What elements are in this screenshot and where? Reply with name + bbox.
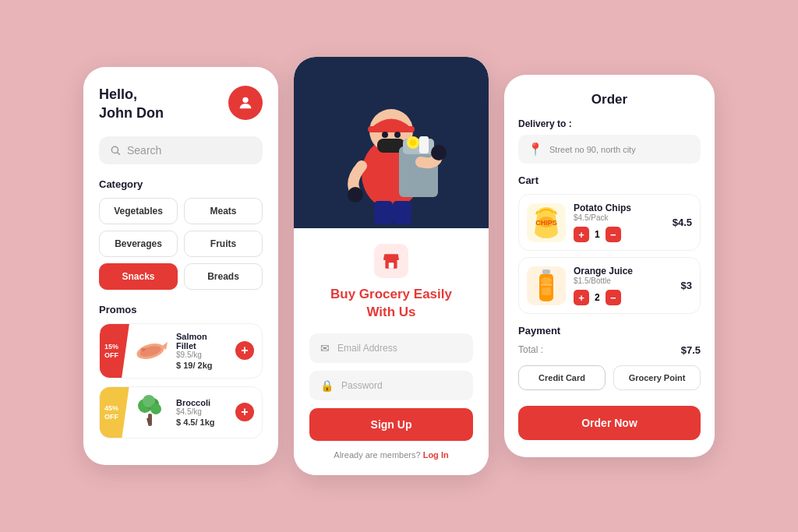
screen-grocery-app: Hello, John Don Search Category Vegetabl… xyxy=(83,67,278,465)
svg-rect-14 xyxy=(368,126,415,132)
payment-section: Payment Total : $7.5 Credit Card Grocery… xyxy=(518,325,701,390)
svg-point-1 xyxy=(111,146,118,153)
search-placeholder: Search xyxy=(127,144,161,157)
broccoli-icon xyxy=(136,395,165,429)
svg-point-0 xyxy=(242,97,248,103)
chips-qty-control: + 1 − xyxy=(574,227,665,242)
greeting-text: Hello, John Don xyxy=(99,86,164,122)
promo-img-broccoli xyxy=(131,395,170,430)
cat-snacks[interactable]: Snacks xyxy=(99,263,178,290)
delivery-person-illustration xyxy=(321,72,461,228)
email-placeholder: Email Address xyxy=(337,343,397,354)
address-text: Street no 90, north city xyxy=(549,145,636,154)
order-now-button[interactable]: Order Now xyxy=(518,406,701,440)
category-grid: Vegetables Meats Beverages Fruits Snacks… xyxy=(99,198,263,290)
cat-meats[interactable]: Meats xyxy=(184,198,263,224)
shop-icon xyxy=(374,244,408,278)
juice-name: Orange Juice xyxy=(574,266,673,277)
screen-order: Order Delivery to : 📍 Street no 90, nort… xyxy=(504,75,715,457)
svg-rect-26 xyxy=(393,201,411,224)
svg-text:CHIPS: CHIPS xyxy=(535,219,557,227)
already-member-text: Already are members? Log In xyxy=(309,450,473,460)
chips-qty-plus[interactable]: + xyxy=(574,227,589,242)
search-bar[interactable]: Search xyxy=(99,136,263,164)
svg-line-2 xyxy=(118,153,120,155)
juice-qty-plus[interactable]: + xyxy=(574,290,589,305)
promo-badge-1: 15%OFF xyxy=(99,324,129,378)
promo-broccoli: 45%OFF Broccoli $4.5/kg $ 4.5/ 1kg + xyxy=(99,386,263,439)
lock-icon: 🔒 xyxy=(320,379,334,392)
chips-unit: $4.5/Pack xyxy=(574,213,665,222)
svg-point-23 xyxy=(348,187,363,203)
hero-banner xyxy=(294,57,489,228)
promo-add-1[interactable]: + xyxy=(235,341,254,360)
promo-unit-2: $4.5/kg xyxy=(176,407,229,416)
password-placeholder: Password xyxy=(341,380,383,391)
juice-info: Orange Juice $1.5/Bottle + 2 − xyxy=(574,266,673,305)
email-icon: ✉ xyxy=(320,342,330,354)
cart-label: Cart xyxy=(518,174,701,186)
chips-image: CHIPS xyxy=(527,203,566,242)
svg-point-22 xyxy=(410,139,416,146)
promo-badge-2: 45%OFF xyxy=(99,387,129,438)
delivery-section: Delivery to : 📍 Street no 90, north city xyxy=(518,118,701,164)
chips-qty-minus[interactable]: − xyxy=(606,227,621,242)
chips-name: Potato Chips xyxy=(574,203,665,213)
promo-price-1: $ 19/ 2kg xyxy=(176,361,229,370)
grocery-point-btn[interactable]: Grocery Point xyxy=(613,365,701,390)
login-link[interactable]: Log In xyxy=(423,450,449,460)
password-field[interactable]: 🔒 Password xyxy=(309,371,473,400)
app-header: Hello, John Don xyxy=(99,86,263,122)
svg-point-24 xyxy=(431,145,447,160)
payment-methods: Credit Card Grocery Point xyxy=(518,365,701,390)
signup-title: Buy Grocery Easily With Us xyxy=(309,286,473,320)
juice-image xyxy=(527,266,566,305)
cat-breads[interactable]: Breads xyxy=(184,263,263,290)
cart-item-chips: CHIPS Potato Chips $4.5/Pack + 1 − $4.5 xyxy=(518,194,701,251)
promo-img-salmon xyxy=(131,333,170,368)
avatar[interactable] xyxy=(228,86,263,120)
svg-rect-21 xyxy=(419,136,429,153)
promo-unit-1: $9.5/kg xyxy=(176,351,229,359)
category-title: Category xyxy=(99,178,263,190)
shop-icon-container xyxy=(309,244,473,278)
cat-fruits[interactable]: Fruits xyxy=(184,231,263,257)
promos-title: Promos xyxy=(99,304,263,315)
user-icon xyxy=(237,94,254,111)
total-label: Total : xyxy=(518,344,543,356)
svg-rect-31 xyxy=(542,270,550,274)
delivery-label: Delivery to : xyxy=(518,118,701,129)
promo-price-2: $ 4.5/ 1kg xyxy=(176,417,229,427)
svg-rect-25 xyxy=(374,201,393,224)
svg-rect-34 xyxy=(542,287,551,295)
credit-card-btn[interactable]: Credit Card xyxy=(518,365,606,390)
address-bar[interactable]: 📍 Street no 90, north city xyxy=(518,135,701,164)
cart-item-juice: Orange Juice $1.5/Bottle + 2 − $3 xyxy=(518,257,701,314)
payment-label: Payment xyxy=(518,325,701,336)
email-field[interactable]: ✉ Email Address xyxy=(309,333,473,363)
juice-qty-control: + 2 − xyxy=(574,290,673,305)
cat-beverages[interactable]: Beverages xyxy=(99,231,178,257)
juice-icon xyxy=(535,268,558,304)
svg-rect-33 xyxy=(541,284,552,286)
chips-icon: CHIPS xyxy=(530,205,563,241)
location-icon: 📍 xyxy=(528,142,543,157)
total-row: Total : $7.5 xyxy=(518,344,701,356)
svg-rect-28 xyxy=(389,263,394,270)
chips-qty-num: 1 xyxy=(595,229,600,240)
signup-form-area: Buy Grocery Easily With Us ✉ Email Addre… xyxy=(294,228,489,474)
screens-container: Hello, John Don Search Category Vegetabl… xyxy=(83,57,715,474)
juice-price: $3 xyxy=(681,280,692,291)
promo-info-salmon: Salmon Fillet $9.5/kg $ 19/ 2kg xyxy=(176,332,229,370)
juice-unit: $1.5/Bottle xyxy=(574,277,673,285)
screen-signup: Buy Grocery Easily With Us ✉ Email Addre… xyxy=(294,57,489,474)
promo-add-2[interactable]: + xyxy=(235,403,254,421)
cat-vegetables[interactable]: Vegetables xyxy=(99,198,178,224)
signup-button[interactable]: Sign Up xyxy=(309,408,473,441)
promo-salmon: 15%OFF Salmon Fillet $9.5/kg $ 19/ 2kg + xyxy=(99,323,263,379)
juice-qty-num: 2 xyxy=(595,292,600,303)
total-amount: $7.5 xyxy=(681,344,701,356)
salmon-icon xyxy=(132,336,169,365)
juice-qty-minus[interactable]: − xyxy=(606,290,621,305)
chips-info: Potato Chips $4.5/Pack + 1 − xyxy=(574,203,665,242)
